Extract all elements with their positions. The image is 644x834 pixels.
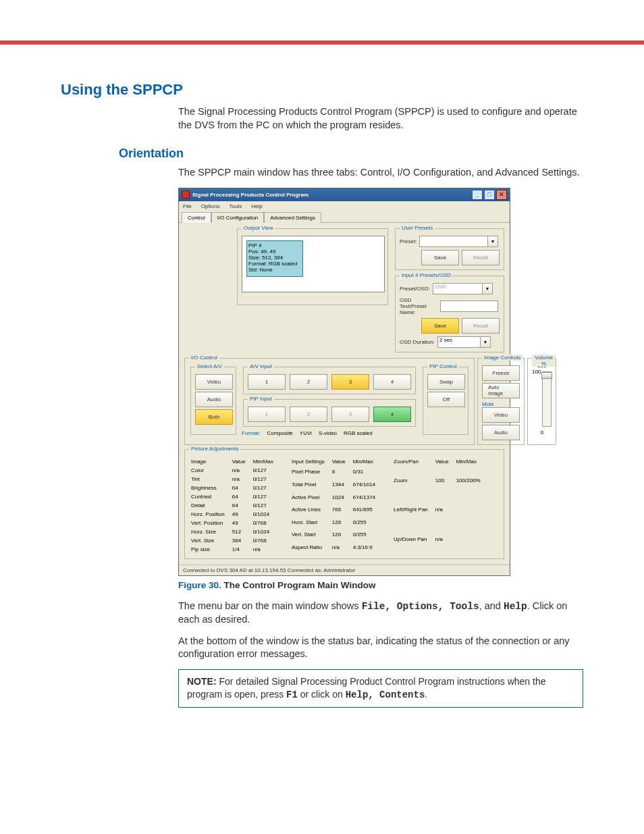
menu-options[interactable]: Options: [201, 203, 220, 209]
zoom-pan-table: Zoom/Pan Value Min/Max Zoom100100/200%Le…: [392, 457, 487, 554]
subsection-heading: Orientation: [119, 147, 583, 161]
volume-bottom-value: 0: [532, 429, 552, 436]
table-row: Tintn/a0/127: [190, 475, 279, 483]
screenshot-window: Signal Processing Products Control Progr…: [178, 188, 510, 576]
mute-video-button[interactable]: Video: [482, 407, 520, 423]
input4-save-button[interactable]: Save: [421, 318, 459, 334]
table-row: Colorn/a0/127: [190, 467, 279, 474]
table-row: Detail640/127: [190, 502, 279, 509]
orientation-paragraph: The SPPCP main window has three tabs: Co…: [178, 166, 583, 180]
input4-presets-group: Input 4 Presets/OSD Preset/OSD: OSD▾ OSD…: [395, 276, 504, 353]
pip-control-group: PIP Control Swap Off: [423, 367, 468, 435]
table-row: Active Pixel1024674/1374: [291, 492, 381, 503]
pip-input-3[interactable]: 3: [331, 407, 369, 422]
table-row: Vert. Position490/768: [190, 519, 279, 527]
window-titlebar: Signal Processing Products Control Progr…: [179, 188, 510, 201]
av-input-3[interactable]: 3: [331, 374, 369, 390]
av-input-4[interactable]: 4: [373, 374, 411, 390]
pip-preview: PIP 4 Pos: 49, 49 Size: 512, 384 Format:…: [246, 240, 303, 277]
menu-help[interactable]: Help: [251, 203, 262, 209]
table-row: Horz. Position490/1024: [190, 511, 279, 518]
freeze-button[interactable]: Freeze: [482, 365, 520, 381]
preset-label: Preset:: [400, 238, 417, 244]
chevron-down-icon[interactable]: ▾: [488, 236, 498, 247]
table-row: Horz. Start1280/255: [291, 517, 381, 528]
paragraph-statusbar-desc: At the bottom of the window is the statu…: [178, 635, 583, 661]
pip-input-4[interactable]: 4: [373, 407, 411, 422]
preset-osd-dropdown[interactable]: OSD: [433, 283, 483, 294]
window-title: Signal Processing Products Control Progr…: [192, 192, 308, 198]
table-row: Pip size1/4n/a: [190, 546, 279, 553]
table-row: Active Lines768641/895: [291, 504, 381, 515]
auto-image-button[interactable]: Auto Image: [482, 383, 520, 398]
table-row: Pixel Phase80/31: [291, 467, 381, 478]
preset-dropdown[interactable]: [419, 236, 488, 247]
chevron-down-icon[interactable]: ▾: [481, 336, 491, 348]
image-controls-group: Image Controls Freeze Auto Image Mute Vi…: [477, 358, 525, 445]
table-row: Horz. Size5120/1024: [190, 528, 279, 536]
input4-recall-button[interactable]: Recall: [462, 318, 500, 334]
pip-off-button[interactable]: Off: [427, 392, 465, 407]
table-row: Up/Down Pann/a: [393, 525, 486, 552]
table-row: Total Pixel1344674/1614: [291, 479, 381, 490]
pip-swap-button[interactable]: Swap: [427, 374, 465, 390]
note-box: NOTE: For detailed Signal Processing Pro…: [178, 669, 583, 708]
document-page: Using the SPPCP The Signal Processing Pr…: [0, 45, 644, 735]
table-row: Left/Right Pann/a: [393, 496, 486, 523]
input-settings-table: Input Settings Value Min/Max Pixel Phase…: [290, 457, 382, 554]
window-body: Output View PIP 4 Pos: 49, 49 Size: 512,…: [179, 223, 510, 565]
slider-thumb-icon[interactable]: [541, 372, 552, 379]
menubar: File Options Tools Help: [179, 201, 510, 211]
av-input-1[interactable]: 1: [248, 374, 286, 390]
av-input-group: A/V Input 1 2 3 4: [243, 367, 416, 394]
select-audio-button[interactable]: Audio: [195, 392, 233, 407]
volume-current-value: 100: [532, 369, 541, 375]
figure-caption: Figure 30. The Control Program Main Wind…: [178, 580, 583, 590]
close-button[interactable]: ✕: [496, 190, 507, 200]
table-row: Contrast640/127: [190, 493, 279, 500]
preset-save-button[interactable]: Save: [421, 250, 459, 265]
table-row: Vert. Size3840/768: [190, 537, 279, 544]
section-heading: Using the SPPCP: [61, 81, 583, 99]
tab-control[interactable]: Control: [182, 212, 211, 223]
output-view-canvas: PIP 4 Pos: 49, 49 Size: 512, 384 Format:…: [242, 236, 385, 292]
io-control-group: I/O Control Select A/V Video Audio Both: [184, 358, 475, 445]
tabstrip: Control I/O Configuration Advanced Setti…: [179, 211, 510, 223]
minimize-button[interactable]: _: [472, 190, 483, 200]
pip-input-2[interactable]: 2: [290, 407, 327, 422]
output-view-legend: Output View: [242, 225, 275, 231]
maximize-button[interactable]: □: [484, 190, 495, 200]
pip-input-1[interactable]: 1: [248, 407, 286, 422]
intro-paragraph: The Signal Processing Products Control P…: [178, 105, 583, 132]
output-view-group: Output View PIP 4 Pos: 49, 49 Size: 512,…: [237, 228, 388, 305]
app-icon: [182, 190, 190, 199]
volume-slider[interactable]: [542, 371, 552, 427]
select-both-button[interactable]: Both: [195, 409, 233, 425]
select-video-button[interactable]: Video: [195, 374, 233, 390]
volume-group: Volume % 100 100 0: [527, 358, 556, 445]
menu-file[interactable]: File: [183, 203, 192, 209]
av-input-2[interactable]: 2: [290, 374, 327, 390]
select-av-group: Select A/V Video Audio Both: [190, 367, 236, 435]
image-table: Image Value Min/Max Colorn/a0/127Tintn/a…: [189, 457, 280, 554]
table-row: Brightness640/127: [190, 484, 279, 492]
tab-advanced-settings[interactable]: Advanced Settings: [264, 212, 321, 223]
preset-recall-button[interactable]: Recall: [462, 250, 500, 265]
status-bar: Connected to DVS 304 AD at 10.13.194.53 …: [179, 565, 510, 575]
table-row: Aspect Ration/a4:3/16:9: [291, 542, 381, 553]
tab-io-configuration[interactable]: I/O Configuration: [211, 212, 264, 223]
table-row: Vert. Start1280/255: [291, 529, 381, 541]
mute-audio-button[interactable]: Audio: [482, 425, 520, 440]
table-row: Zoom100100/200%: [393, 467, 486, 494]
osd-duration-dropdown[interactable]: 2 sec: [437, 336, 481, 348]
pip-input-group: PIP Input 1 2 3 4: [243, 399, 416, 427]
chevron-down-icon[interactable]: ▾: [483, 283, 493, 294]
osd-name-input[interactable]: [440, 301, 498, 312]
paragraph-menubar-desc: The menu bar on the main window shows Fi…: [178, 600, 583, 627]
picture-adjustments-group: Picture Adjustments Image Value Min/Max …: [184, 449, 504, 559]
user-presets-group: User Presets Preset: ▾ Save Recall: [395, 228, 504, 270]
menu-tools[interactable]: Tools: [229, 203, 242, 209]
